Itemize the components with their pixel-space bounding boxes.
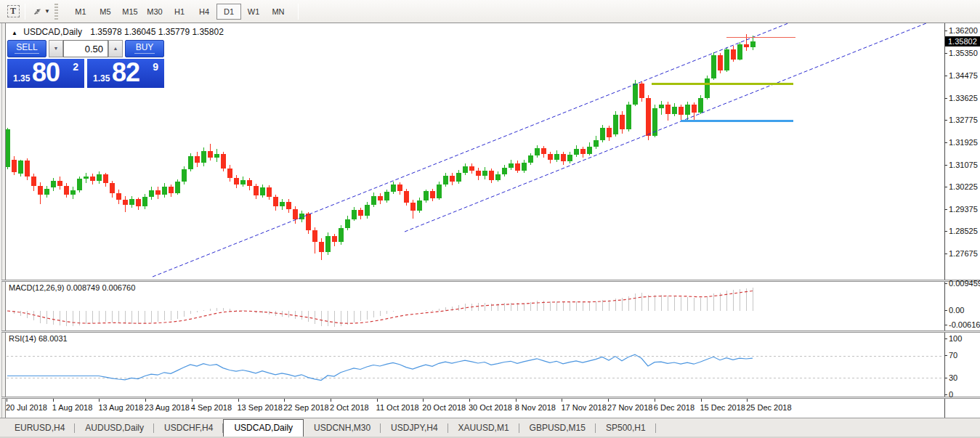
- chart-tab-sp500[interactable]: SP500,H1: [596, 420, 656, 437]
- macd-axis-label: -0.006169: [949, 320, 980, 330]
- timeframe-group: M1M5M15M30H1H4D1W1MN: [68, 4, 291, 20]
- toolbar-border: [0, 23, 980, 23]
- current-price-tag: 1.35802: [945, 36, 980, 46]
- date-axis-label: 13 Sep 2018: [238, 403, 283, 412]
- chart-tab-usdchf[interactable]: USDCHF,H4: [154, 420, 223, 437]
- date-axis-label: 15 Dec 2018: [700, 403, 745, 412]
- macd-axis-label: 0.00: [949, 306, 980, 315]
- macd-indicator-label: MACD(12,26,9) 0.008749 0.006760: [9, 283, 135, 292]
- timeframe-button-m5[interactable]: M5: [93, 4, 118, 20]
- timeframe-button-m15[interactable]: M15: [118, 4, 142, 20]
- rsi-axis-label: 0: [949, 390, 980, 400]
- volume-decrease-button[interactable]: ▼: [49, 40, 63, 57]
- diagonal-arrows-icon: [33, 7, 42, 17]
- timeframe-button-m1[interactable]: M1: [68, 4, 93, 20]
- price-axis-label: 1.31075: [949, 161, 980, 170]
- chart-tab-audusd[interactable]: AUDUSD,Daily: [75, 420, 154, 437]
- price-axis-label: 1.32775: [949, 115, 980, 125]
- chart-ohlc-values: 1.35978 1.36045 1.35779 1.35802: [90, 27, 224, 37]
- date-axis-label: 6 Dec 2018: [654, 403, 694, 412]
- chart-title: ▲ USDCAD,Daily 1.35978 1.36045 1.35779 1…: [12, 27, 224, 37]
- date-axis-label: 2 Oct 2018: [330, 403, 369, 412]
- text-label-tool-icon[interactable]: T: [4, 4, 22, 20]
- volume-input[interactable]: [63, 40, 108, 57]
- rsi-axis-label: 100: [949, 334, 980, 344]
- axis-separator: [944, 23, 945, 418]
- date-tick: [7, 399, 7, 402]
- dropdown-caret-icon[interactable]: ▼: [44, 8, 50, 15]
- date-axis-label: 23 Aug 2018: [145, 403, 190, 412]
- window-border: [5, 23, 6, 418]
- date-tick: [192, 399, 193, 402]
- date-tick: [331, 399, 331, 402]
- date-tick: [377, 399, 378, 402]
- window-border: [1, 23, 2, 418]
- sell-price-pip: 2: [73, 61, 78, 73]
- date-tick: [562, 399, 562, 402]
- toolbar-separator: [298, 4, 299, 20]
- one-click-trading-panel: SELL ▼ ▲ BUY 1.35 80 2 1.35 82 9: [7, 40, 164, 88]
- date-axis-label: 17 Nov 2018: [561, 403, 606, 412]
- date-tick: [516, 399, 517, 402]
- date-axis-label: 8 Nov 2018: [515, 403, 556, 412]
- date-axis-label: 4 Sep 2018: [191, 403, 232, 412]
- chart-tab-xauusd[interactable]: XAUUSD,M1: [448, 420, 519, 437]
- date-tick: [423, 399, 424, 402]
- chart-symbol-label: USDCAD,Daily: [23, 27, 82, 37]
- timeframe-button-h1[interactable]: H1: [167, 4, 192, 20]
- price-axis-label: 1.35350: [949, 49, 980, 58]
- top-toolbar: T ▼ M1M5M15M30H1H4D1W1MN: [0, 0, 980, 23]
- date-axis-label: 20 Oct 2018: [422, 403, 466, 412]
- buy-price-display[interactable]: 1.35 82 9: [87, 59, 164, 88]
- toolbar-grip[interactable]: [54, 4, 58, 20]
- buy-button[interactable]: BUY: [125, 40, 164, 57]
- rsi-panel-separator[interactable]: [1, 330, 980, 333]
- chart-tab-usdjpy[interactable]: USDJPY,H4: [381, 420, 448, 437]
- timeframe-button-d1[interactable]: D1: [216, 4, 241, 20]
- rsi-indicator-label: RSI(14) 68.0031: [9, 334, 68, 343]
- chart-tab-usdcad[interactable]: USDCAD,Daily: [223, 419, 304, 437]
- price-axis-label: 1.36200: [949, 26, 980, 36]
- timeframe-button-h4[interactable]: H4: [192, 4, 216, 20]
- price-axis-label: 1.34475: [949, 71, 980, 81]
- date-tick: [145, 399, 146, 402]
- sell-button[interactable]: SELL: [7, 40, 46, 57]
- chart-tab-eurusd[interactable]: EURUSD,H4: [4, 420, 75, 437]
- toolbar-separator: [25, 4, 25, 20]
- rsi-axis-label: 30: [949, 373, 980, 383]
- date-axis-label: 22 Sep 2018: [283, 403, 328, 412]
- chart-tab-bar: EURUSD,H4AUDUSD,DailyUSDCHF,H4USDCAD,Dai…: [0, 418, 980, 437]
- date-axis-label: 13 Aug 2018: [98, 403, 143, 412]
- macd-panel-separator[interactable]: [1, 280, 980, 282]
- buy-price-big: 82: [112, 59, 139, 88]
- date-axis-label: 11 Oct 2018: [376, 403, 419, 412]
- price-axis-label: 1.28525: [949, 227, 980, 236]
- price-axis-label: 1.29375: [949, 205, 980, 214]
- volume-increase-button[interactable]: ▲: [108, 40, 123, 57]
- sell-price-display[interactable]: 1.35 80 2: [7, 59, 84, 88]
- rsi-axis-label: 70: [949, 351, 980, 360]
- timeframe-button-mn[interactable]: MN: [266, 4, 291, 20]
- price-axis-label: 1.30225: [949, 182, 980, 192]
- timeframe-button-w1[interactable]: W1: [241, 4, 266, 20]
- date-tick: [655, 399, 655, 402]
- collapse-chart-icon[interactable]: ▲: [12, 30, 17, 36]
- buy-price-prefix: 1.35: [93, 73, 110, 84]
- sell-price-big: 80: [32, 59, 60, 88]
- macd-axis-label: 0.009459: [949, 279, 980, 288]
- chart-tab-gbpusd[interactable]: GBPUSD,M15: [519, 420, 596, 437]
- date-tick: [701, 399, 702, 402]
- date-tick: [469, 399, 470, 402]
- price-axis-label: 1.31925: [949, 138, 980, 147]
- date-axis-label: 30 Oct 2018: [469, 403, 512, 412]
- arrows-tool-icon[interactable]: ▼: [33, 4, 50, 20]
- date-axis-label: 27 Nov 2018: [607, 403, 652, 412]
- sell-price-prefix: 1.35: [13, 73, 30, 84]
- date-tick: [747, 399, 748, 402]
- date-axis-label: 25 Dec 2018: [746, 403, 791, 412]
- date-tick: [238, 399, 239, 402]
- chart-tab-usdcnh[interactable]: USDCNH,M30: [304, 420, 381, 437]
- timeframe-button-m30[interactable]: M30: [142, 4, 167, 20]
- date-tick: [608, 399, 609, 402]
- price-axis-label: 1.27675: [949, 249, 980, 259]
